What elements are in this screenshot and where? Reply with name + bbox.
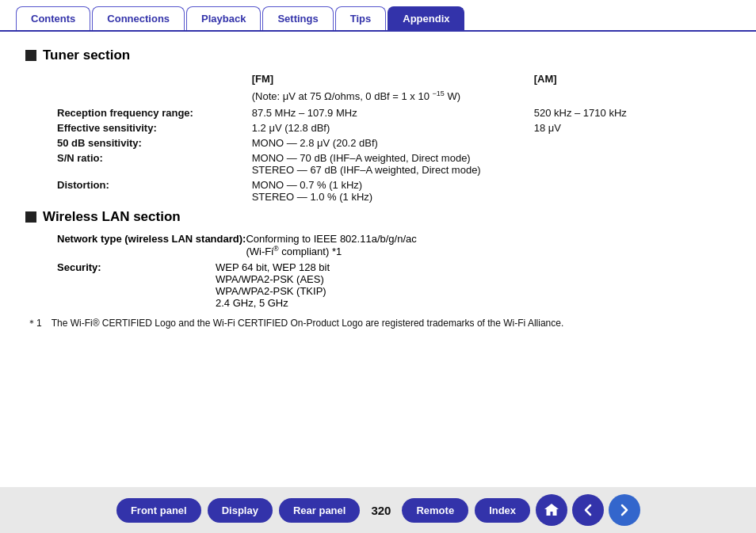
tuner-icon <box>25 50 36 61</box>
row-am-sn <box>529 150 731 177</box>
home-icon <box>543 501 560 519</box>
back-button[interactable] <box>572 494 604 526</box>
tuner-header-empty <box>25 71 247 88</box>
wlan-section: Wireless LAN section Network type (wirel… <box>25 209 731 308</box>
row-label-sensitivity: Effective sensitivity: <box>25 120 247 135</box>
index-button[interactable]: Index <box>475 498 530 523</box>
row-fm-freq: 87.5 MHz – 107.9 MHz <box>247 105 529 120</box>
tuner-note-empty <box>25 88 247 105</box>
row-label-freq: Reception frequency range: <box>25 105 247 120</box>
row-am-distortion <box>529 177 731 204</box>
tuner-note-text: (Note: μV at 75 Ω/ohms, 0 dBf = 1 x 10 −… <box>247 88 529 105</box>
table-row: Effective sensitivity: 1.2 μV (12.8 dBf)… <box>25 120 731 135</box>
tuner-fm-header: [FM] <box>247 71 529 88</box>
tab-settings[interactable]: Settings <box>262 6 333 30</box>
bottom-navigation: Front panel Display Rear panel 320 Remot… <box>0 487 756 533</box>
tab-playback[interactable]: Playback <box>186 6 261 30</box>
row-fm-sensitivity: 1.2 μV (12.8 dBf) <box>247 120 529 135</box>
tuner-am-header: [AM] <box>529 71 731 88</box>
tuner-section-title: Tuner section <box>25 48 731 63</box>
remote-button[interactable]: Remote <box>402 498 468 523</box>
tuner-note-row: (Note: μV at 75 Ω/ohms, 0 dBf = 1 x 10 −… <box>25 88 731 105</box>
wlan-icon <box>25 211 36 223</box>
forward-button[interactable] <box>609 494 640 526</box>
table-row: Reception frequency range: 87.5 MHz – 10… <box>25 105 731 120</box>
row-label-sn: S/N ratio: <box>25 150 247 177</box>
display-button[interactable]: Display <box>208 498 273 523</box>
table-row: 50 dB sensitivity: MONO — 2.8 μV (20.2 d… <box>25 135 731 150</box>
wlan-security-value: WEP 64 bit, WEP 128 bit WPA/WPA2-PSK (AE… <box>216 261 731 309</box>
footnote-text: ＊1 The Wi-Fi® CERTIFIED Logo and the Wi-… <box>25 317 731 330</box>
row-am-sensitivity: 18 μV <box>529 120 731 135</box>
wlan-network-row: Network type (wireless LAN standard): Co… <box>25 233 731 257</box>
tab-appendix[interactable]: Appendix <box>388 6 464 30</box>
row-fm-50db: MONO — 2.8 μV (20.2 dBf) <box>247 135 529 150</box>
forward-icon <box>617 503 632 517</box>
wlan-security-label: Security: <box>25 261 216 273</box>
row-label-50db: 50 dB sensitivity: <box>25 135 247 150</box>
front-panel-button[interactable]: Front panel <box>116 498 201 523</box>
wlan-network-value: Conforming to IEEE 802.11a/b/g/n/ac (Wi-… <box>246 233 731 257</box>
tab-tips[interactable]: Tips <box>335 6 387 30</box>
table-row: Distortion: MONO — 0.7 % (1 kHz) STEREO … <box>25 177 731 204</box>
main-content: Tuner section [FM] [AM] (Note: μV at 75 … <box>0 32 756 338</box>
tab-connections[interactable]: Connections <box>92 6 185 30</box>
wlan-network-label: Network type (wireless LAN standard): <box>25 233 246 245</box>
row-label-distortion: Distortion: <box>25 177 247 204</box>
home-button[interactable] <box>536 494 567 526</box>
back-icon <box>581 503 595 517</box>
tab-contents[interactable]: Contents <box>16 6 90 30</box>
page-number: 320 <box>371 504 391 517</box>
tuner-spec-table: [FM] [AM] (Note: μV at 75 Ω/ohms, 0 dBf … <box>25 71 731 204</box>
row-fm-distortion: MONO — 0.7 % (1 kHz) STEREO — 1.0 % (1 k… <box>247 177 529 204</box>
rear-panel-button[interactable]: Rear panel <box>279 498 360 523</box>
tab-navigation: Contents Connections Playback Settings T… <box>0 0 756 30</box>
row-am-freq: 520 kHz – 1710 kHz <box>529 105 731 120</box>
tuner-title-text: Tuner section <box>43 48 130 63</box>
wlan-title-text: Wireless LAN section <box>43 209 181 225</box>
table-row: S/N ratio: MONO — 70 dB (IHF–A weighted,… <box>25 150 731 177</box>
wlan-security-row: Security: WEP 64 bit, WEP 128 bit WPA/WP… <box>25 261 731 309</box>
tuner-header-row: [FM] [AM] <box>25 71 731 88</box>
tuner-note-am-empty <box>529 88 731 105</box>
wlan-section-title: Wireless LAN section <box>25 209 731 225</box>
row-fm-sn: MONO — 70 dB (IHF–A weighted, Direct mod… <box>247 150 529 177</box>
row-am-50db <box>529 135 731 150</box>
